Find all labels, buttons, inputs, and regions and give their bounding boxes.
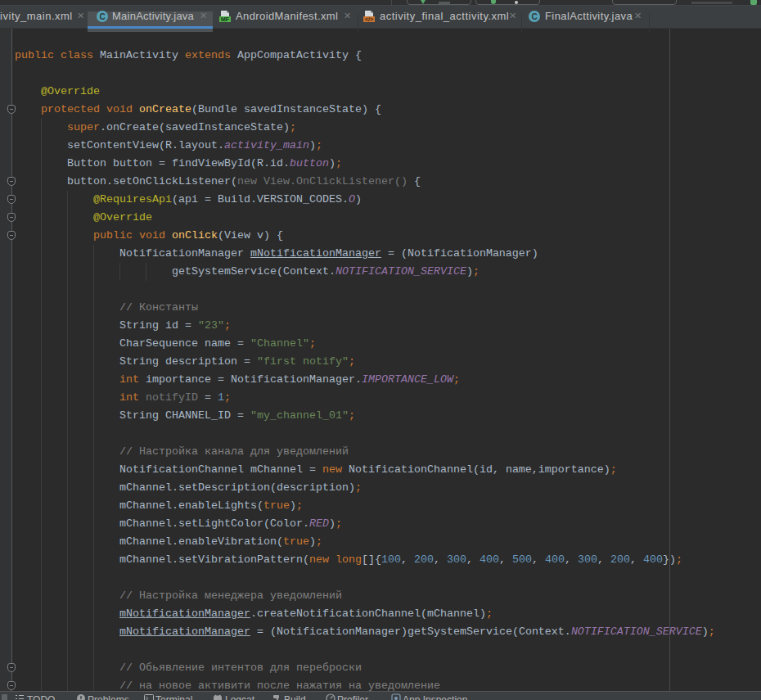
svg-text:MF: MF bbox=[221, 16, 230, 22]
svg-text:C: C bbox=[531, 12, 537, 21]
svg-text:C: C bbox=[99, 12, 105, 21]
svg-text:</>: </> bbox=[365, 16, 373, 22]
